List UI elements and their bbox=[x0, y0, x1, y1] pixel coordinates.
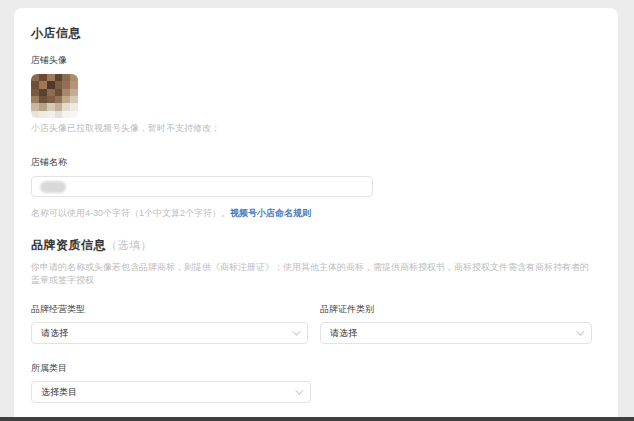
chevron-down-icon bbox=[576, 327, 584, 335]
brand-fields-row: 品牌经营类型 请选择 品牌证件类别 请选择 bbox=[31, 303, 592, 344]
brand-cert-label: 品牌证件类别 bbox=[320, 303, 592, 316]
window-bottom-edge bbox=[0, 417, 634, 421]
shop-name-hint: 名称可以使用4-30个字符（1个中文算2个字符）。 bbox=[31, 208, 230, 218]
shop-name-hint-row: 名称可以使用4-30个字符（1个中文算2个字符）。视频号小店命名规则 bbox=[31, 202, 592, 220]
naming-rules-link[interactable]: 视频号小店命名规则 bbox=[230, 208, 311, 218]
brand-description: 你申请的名称或头像若包含品牌商标，则提供《商标注册证》；使用其他主体的商标，需提… bbox=[31, 261, 592, 287]
shop-info-title: 小店信息 bbox=[31, 25, 592, 42]
brand-section-title: 品牌资质信息（选填） bbox=[31, 237, 592, 254]
brand-title-optional: （选填） bbox=[106, 239, 152, 251]
shop-avatar bbox=[31, 74, 78, 118]
shop-name-input[interactable] bbox=[31, 176, 373, 197]
avatar-hint: 小店头像已拉取视频号头像，暂时不支持修改； bbox=[31, 122, 592, 135]
shop-info-card: 小店信息 店铺头像 小店头像已拉取视频号头像，暂时不支持修改； 店铺名称 名称可… bbox=[14, 8, 618, 421]
chevron-down-icon bbox=[295, 386, 303, 394]
category-placeholder: 选择类目 bbox=[41, 386, 77, 399]
chevron-down-icon bbox=[292, 327, 300, 335]
category-select[interactable]: 选择类目 bbox=[31, 381, 311, 403]
brand-type-placeholder: 请选择 bbox=[41, 327, 68, 340]
avatar-label: 店铺头像 bbox=[31, 54, 592, 67]
brand-cert-select[interactable]: 请选择 bbox=[320, 322, 592, 344]
brand-cert-placeholder: 请选择 bbox=[330, 327, 357, 340]
brand-type-label: 品牌经营类型 bbox=[31, 303, 308, 316]
censored-shop-name bbox=[40, 181, 66, 193]
brand-type-select[interactable]: 请选择 bbox=[31, 322, 308, 344]
brand-cert-field: 品牌证件类别 请选择 bbox=[320, 303, 592, 344]
brand-type-field: 品牌经营类型 请选择 bbox=[31, 303, 308, 344]
category-label: 所属类目 bbox=[31, 362, 592, 375]
brand-title-text: 品牌资质信息 bbox=[31, 238, 106, 252]
shop-name-label: 店铺名称 bbox=[31, 156, 592, 169]
